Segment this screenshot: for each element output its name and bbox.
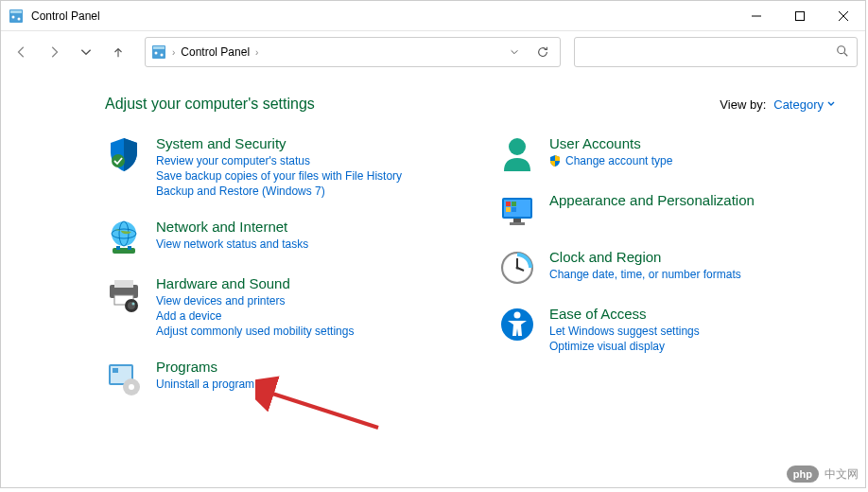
svg-rect-40 (512, 207, 516, 212)
window-controls (735, 2, 865, 30)
titlebar: Control Panel (1, 1, 865, 31)
view-by-control: View by: Category (720, 97, 835, 112)
svg-point-12 (838, 45, 845, 53)
svg-rect-22 (114, 280, 133, 288)
watermark-badge: php (787, 466, 819, 483)
category-network: Network and Internet View network status… (105, 219, 442, 256)
svg-rect-1 (10, 10, 22, 13)
content-area: Adjust your computer's settings View by:… (1, 73, 865, 487)
category-link[interactable]: Change account type (549, 154, 835, 167)
svg-point-31 (129, 384, 134, 390)
addr-separator-icon: › (172, 47, 175, 58)
svg-rect-19 (116, 246, 120, 250)
control-panel-addr-icon (151, 44, 166, 60)
svg-line-13 (844, 52, 848, 56)
svg-rect-39 (506, 207, 511, 212)
svg-point-3 (18, 17, 21, 20)
globe-icon (105, 219, 143, 256)
category-programs: Programs Uninstall a program (105, 359, 442, 396)
svg-rect-38 (512, 202, 516, 206)
addr-crumb[interactable]: Control Panel (181, 45, 250, 59)
minimize-button[interactable] (735, 2, 778, 30)
monitor-icon (498, 192, 536, 230)
accessibility-icon (498, 306, 536, 343)
category-link-uninstall[interactable]: Uninstall a program (156, 378, 442, 391)
up-button[interactable] (105, 39, 131, 65)
svg-point-32 (509, 138, 526, 155)
category-link[interactable]: View devices and printers (156, 294, 442, 308)
chevron-down-icon (827, 100, 835, 108)
maximize-button[interactable] (778, 2, 822, 30)
window-title: Control Panel (31, 9, 735, 23)
category-link[interactable]: Add a device (156, 309, 442, 323)
category-link[interactable]: Adjust commonly used mobility settings (156, 325, 442, 338)
navigation-toolbar: › Control Panel › (1, 31, 865, 73)
close-button[interactable] (822, 2, 865, 30)
printer-icon (105, 275, 143, 313)
addr-dropdown-button[interactable] (503, 41, 526, 63)
window-frame: Control Panel (0, 0, 866, 488)
category-title[interactable]: Network and Internet (156, 219, 442, 235)
category-system-security: System and Security Review your computer… (105, 135, 442, 200)
svg-point-10 (155, 52, 158, 55)
svg-point-14 (112, 154, 125, 167)
category-title[interactable]: Hardware and Sound (156, 275, 442, 291)
category-link[interactable]: Optimize visual display (549, 340, 835, 353)
svg-rect-29 (113, 368, 118, 373)
category-title[interactable]: User Accounts (549, 135, 835, 151)
address-bar[interactable]: › Control Panel › (145, 37, 561, 67)
svg-point-15 (112, 221, 136, 246)
watermark: php 中文网 (787, 466, 859, 483)
programs-icon (105, 359, 143, 396)
refresh-button[interactable] (531, 41, 554, 63)
category-link[interactable]: View network status and tasks (156, 237, 442, 251)
search-input[interactable] (582, 45, 836, 59)
user-icon (498, 135, 536, 173)
view-by-label: View by: (720, 97, 766, 112)
addr-separator-icon: › (255, 47, 258, 58)
category-title[interactable]: System and Security (156, 135, 442, 151)
svg-rect-35 (513, 219, 521, 222)
svg-rect-36 (510, 222, 525, 225)
svg-rect-5 (796, 11, 805, 20)
category-link[interactable]: Save backup copies of your files with Fi… (156, 169, 442, 183)
shield-icon (105, 135, 143, 173)
category-clock: Clock and Region Change date, time, or n… (498, 249, 835, 287)
svg-rect-9 (153, 46, 165, 49)
category-hardware: Hardware and Sound View devices and prin… (105, 275, 442, 340)
svg-point-47 (514, 312, 521, 319)
control-panel-icon (9, 9, 24, 24)
category-link[interactable]: Change date, time, or number formats (549, 268, 835, 281)
svg-rect-18 (113, 248, 135, 254)
page-heading: Adjust your computer's settings (105, 96, 315, 113)
category-title[interactable]: Programs (156, 359, 442, 375)
category-title[interactable]: Appearance and Personalization (549, 192, 835, 208)
back-button[interactable] (9, 39, 35, 65)
clock-icon (498, 249, 536, 287)
svg-point-45 (516, 267, 519, 270)
recent-locations-button[interactable] (73, 39, 99, 65)
view-by-value: Category (773, 97, 824, 112)
category-link[interactable]: Let Windows suggest settings (549, 325, 835, 338)
search-icon (836, 44, 849, 61)
category-link[interactable]: Review your computer's status (156, 154, 442, 167)
category-appearance: Appearance and Personalization (498, 192, 835, 230)
category-title[interactable]: Clock and Region (549, 249, 835, 265)
uac-shield-icon (549, 155, 561, 167)
category-link[interactable]: Backup and Restore (Windows 7) (156, 184, 442, 198)
forward-button[interactable] (41, 39, 67, 65)
svg-rect-37 (506, 202, 511, 206)
category-user-accounts: User Accounts Change account type (498, 135, 835, 173)
svg-point-11 (161, 54, 164, 57)
category-title[interactable]: Ease of Access (549, 306, 835, 322)
view-by-dropdown[interactable]: Category (773, 97, 835, 112)
svg-point-2 (12, 15, 15, 18)
category-ease: Ease of Access Let Windows suggest setti… (498, 306, 835, 355)
svg-rect-20 (128, 246, 131, 250)
search-box[interactable] (574, 37, 858, 67)
watermark-text: 中文网 (825, 466, 859, 483)
svg-point-26 (132, 303, 135, 306)
